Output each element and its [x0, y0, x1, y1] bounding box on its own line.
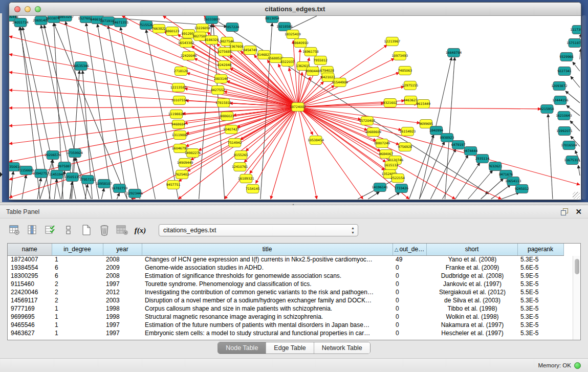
graph-node[interactable]: 8860123 [165, 27, 180, 36]
graph-node[interactable]: 16543382 [178, 39, 194, 48]
graph-node[interactable]: 9242848 [217, 61, 232, 70]
graph-node[interactable]: 12444156 [552, 96, 569, 105]
graph-node[interactable]: 11675311 [564, 156, 580, 165]
table-row[interactable]: 1830029562008Estimation of significance … [8, 272, 563, 280]
graph-node[interactable]: 9227341 [557, 67, 572, 76]
table-row[interactable]: 2242004622012Investigating the contribut… [8, 288, 563, 296]
graph-node[interactable]: 9275685 [217, 48, 232, 56]
graph-node[interactable]: 24055724 [12, 18, 29, 27]
table-row[interactable]: 911546021997Tourette syndrome. Phenomeno… [8, 280, 563, 288]
network-window-titlebar[interactable]: citations_edges.txt [9, 3, 581, 16]
tab-network-table[interactable]: Network Table [314, 342, 370, 354]
table-row[interactable]: 946554611997Estimation of the future num… [8, 321, 563, 329]
graph-node[interactable]: 15751874 [567, 39, 581, 48]
graph-node[interactable]: 20206576 [45, 151, 61, 160]
graph-node[interactable]: 12093872 [551, 82, 568, 91]
create-column-button[interactable] [80, 224, 93, 237]
graph-node[interactable]: 7514942 [228, 139, 242, 147]
graph-node[interactable]: 10973493 [392, 52, 408, 60]
column-header-title[interactable]: title [142, 244, 393, 255]
graph-node[interactable]: 8813054 [265, 16, 279, 23]
function-builder-button[interactable]: f(x) [134, 224, 147, 237]
graph-node[interactable]: 9990448 [306, 67, 320, 76]
row-height-button[interactable] [62, 224, 75, 237]
graph-node[interactable]: 9457751 [166, 181, 181, 189]
graph-node[interactable]: 9321602 [383, 99, 398, 107]
column-header-name[interactable]: name [8, 244, 52, 255]
show-columns-button[interactable] [26, 224, 39, 237]
graph-node-hub[interactable]: 18724007 [290, 103, 306, 112]
table-row[interactable]: 969969511998Structural magnetic resonanc… [8, 313, 563, 321]
graph-node[interactable]: 6479197 [451, 141, 466, 149]
graph-node[interactable]: 8322037 [280, 58, 295, 67]
graph-node[interactable]: 11173958 [570, 26, 581, 34]
graph-node[interactable]: 13226058 [194, 24, 211, 33]
graph-node[interactable]: 9975887 [57, 162, 72, 171]
graph-node[interactable]: 2803144 [214, 75, 228, 83]
graph-node[interactable]: 9886021 [220, 112, 234, 121]
graph-node[interactable]: 9756928 [398, 143, 412, 151]
graph-node[interactable]: 15992071 [556, 127, 573, 136]
graph-node[interactable]: 17815815 [215, 99, 232, 107]
graph-node[interactable]: 7485063 [398, 67, 412, 75]
graph-node[interactable]: 13505135 [64, 173, 80, 182]
graph-node[interactable]: 17957252 [80, 176, 96, 184]
graph-node[interactable]: 1615132 [384, 161, 399, 170]
graph-node[interactable]: 10853257 [57, 16, 74, 21]
graph-node[interactable]: 8215958 [540, 105, 554, 114]
tab-node-table[interactable]: Node Table [218, 342, 266, 354]
graph-node[interactable]: 11198828 [168, 110, 185, 119]
scrollbar-thumb[interactable] [575, 259, 579, 274]
network-canvas[interactable]: 2190644824055724206914061933874110853257… [9, 16, 581, 200]
column-header-pagerank[interactable]: pagerank [517, 244, 563, 255]
column-header-in_degree[interactable]: in_degree [52, 244, 103, 255]
graph-node[interactable]: 9474444 [464, 147, 478, 156]
graph-node[interactable]: 10688609 [365, 128, 382, 137]
graph-node[interactable]: 12410761 [232, 163, 248, 171]
graph-node[interactable]: 2718120 [174, 67, 188, 76]
table-row[interactable]: 1456911722003Disruption of a novel membe… [8, 296, 563, 304]
graph-node[interactable]: 20535346 [73, 62, 89, 71]
graph-node[interactable]: 9463627 [404, 96, 418, 105]
column-header-out_de[interactable]: △out_de… [393, 244, 426, 255]
graph-node[interactable]: 16033809 [204, 16, 220, 24]
graph-node[interactable]: 18807249 [374, 139, 390, 148]
table-selector-dropdown[interactable]: citations_edges.txt ▲▼ [159, 224, 358, 236]
graph-node[interactable]: 8427552 [211, 86, 225, 95]
graph-node[interactable]: 16154923 [400, 127, 416, 136]
graph-node[interactable]: 14909449 [177, 159, 193, 167]
graph-node[interactable]: 14982276 [185, 149, 201, 158]
graph-node[interactable]: 9468684 [171, 120, 186, 129]
graph-node[interactable]: 17359924 [67, 149, 83, 158]
graph-node[interactable]: 7154145 [246, 185, 260, 193]
graph-node[interactable]: 2522154 [391, 174, 405, 183]
graph-node[interactable]: 16210643 [556, 112, 572, 120]
tab-edge-table[interactable]: Edge Table [266, 342, 314, 354]
graph-node[interactable]: 1840994 [429, 126, 444, 135]
graph-node[interactable]: 14671355 [113, 18, 129, 27]
table-row[interactable]: 1938455462009Genome-wide association stu… [8, 264, 563, 272]
graph-node[interactable]: 8938923 [440, 134, 454, 142]
graph-node[interactable]: 11156689 [18, 166, 34, 175]
graph-node[interactable]: 11451944 [49, 170, 65, 179]
graph-node[interactable]: 22420046 [181, 52, 197, 60]
column-header-year[interactable]: year [103, 244, 142, 255]
memory-status-icon[interactable] [574, 362, 581, 369]
column-header-short[interactable]: short [426, 244, 517, 255]
graph-node[interactable]: 10538454 [308, 136, 324, 145]
panel-expand-arrow-icon[interactable] [0, 172, 3, 177]
resize-grip[interactable] [573, 192, 580, 199]
graph-node[interactable]: 19218586 [276, 23, 293, 31]
graph-node[interactable]: 10654113 [505, 177, 521, 186]
table-row[interactable]: 946362711997Embryonic stem cells: a mode… [8, 329, 563, 337]
graph-node[interactable]: 13119882 [172, 131, 188, 140]
graph-node[interactable]: 14196141 [372, 183, 388, 192]
graph-node[interactable]: 17016504 [561, 141, 577, 150]
graph-node[interactable]: 8454749 [243, 46, 257, 55]
graph-node[interactable]: 7632621 [488, 162, 503, 171]
graph-node[interactable]: 7857224 [225, 23, 239, 32]
graph-node[interactable]: 7625402 [175, 170, 189, 179]
graph-node[interactable]: 13942757 [33, 169, 49, 178]
table-header-row[interactable]: namein_degreeyeartitle△out_de…shortpager… [8, 244, 563, 255]
graph-node[interactable]: 15720407 [359, 117, 375, 125]
